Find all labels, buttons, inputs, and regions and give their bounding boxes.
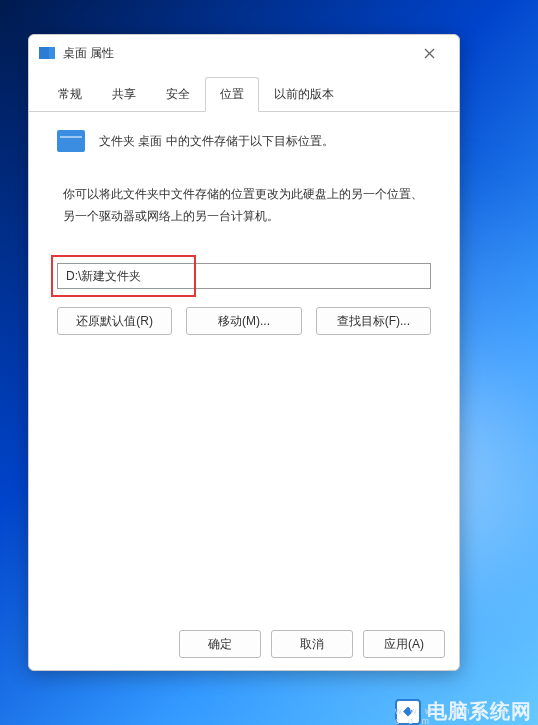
tab-bar: 常规 共享 安全 位置 以前的版本 [29, 77, 459, 112]
close-button[interactable] [409, 39, 449, 67]
tab-share[interactable]: 共享 [97, 77, 151, 111]
action-buttons-row: 还原默认值(R) 移动(M)... 查找目标(F)... [57, 307, 431, 335]
close-icon [424, 48, 435, 59]
tab-previous-versions[interactable]: 以前的版本 [259, 77, 349, 111]
watermark-text-en: w w w . d n x t w . c o m [395, 706, 524, 725]
window-title: 桌面 属性 [63, 45, 409, 62]
apply-button[interactable]: 应用(A) [363, 630, 445, 658]
restore-default-button[interactable]: 还原默认值(R) [57, 307, 172, 335]
move-button[interactable]: 移动(M)... [186, 307, 301, 335]
folder-info-row: 文件夹 桌面 中的文件存储于以下目标位置。 [57, 130, 431, 152]
tab-general[interactable]: 常规 [43, 77, 97, 111]
folder-icon [57, 130, 85, 152]
folder-description: 文件夹 桌面 中的文件存储于以下目标位置。 [99, 133, 334, 150]
path-input-container [57, 263, 431, 289]
tab-security[interactable]: 安全 [151, 77, 205, 111]
watermark: 电脑系统网 w w w . d n x t w . c o m [395, 698, 532, 725]
dialog-footer: 确定 取消 应用(A) [29, 618, 459, 670]
window-icon [39, 47, 55, 59]
titlebar: 桌面 属性 [29, 35, 459, 71]
tab-location[interactable]: 位置 [205, 77, 259, 112]
cancel-button[interactable]: 取消 [271, 630, 353, 658]
properties-dialog: 桌面 属性 常规 共享 安全 位置 以前的版本 文件夹 桌面 中的文件存储于以下… [28, 34, 460, 671]
tab-content: 文件夹 桌面 中的文件存储于以下目标位置。 你可以将此文件夹中文件存储的位置更改… [29, 112, 459, 618]
ok-button[interactable]: 确定 [179, 630, 261, 658]
location-description: 你可以将此文件夹中文件存储的位置更改为此硬盘上的另一个位置、另一个驱动器或网络上… [57, 184, 431, 227]
find-target-button[interactable]: 查找目标(F)... [316, 307, 431, 335]
path-input[interactable] [57, 263, 431, 289]
